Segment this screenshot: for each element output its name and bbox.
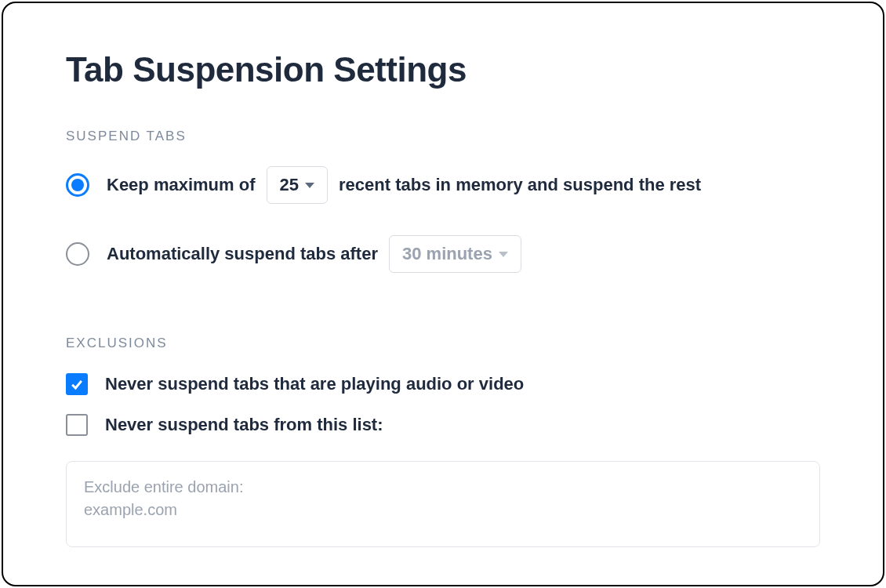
suspend-tabs-header: SUSPEND TABS (66, 129, 820, 144)
option-keep-maximum[interactable]: Keep maximum of 25 recent tabs in memory… (66, 166, 820, 204)
option-keep-maximum-prefix: Keep maximum of (107, 175, 256, 195)
dropdown-max-tabs[interactable]: 25 (267, 166, 328, 204)
exclusion-list-textarea[interactable] (66, 461, 820, 547)
radio-auto-suspend[interactable] (66, 242, 89, 266)
checkbox-never-suspend-list[interactable] (66, 414, 88, 436)
page-title: Tab Suspension Settings (66, 50, 820, 89)
checkbox-never-suspend-list-label: Never suspend tabs from this list: (105, 415, 383, 435)
option-auto-suspend-text: Automatically suspend tabs after 30 minu… (107, 235, 521, 273)
exclusion-media-row[interactable]: Never suspend tabs that are playing audi… (66, 373, 820, 395)
settings-card: Tab Suspension Settings SUSPEND TABS Kee… (2, 2, 884, 586)
dropdown-auto-time-value: 30 minutes (402, 244, 492, 264)
exclusions-header: EXCLUSIONS (66, 336, 820, 351)
checkmark-icon (69, 376, 85, 392)
chevron-down-icon (305, 183, 314, 188)
checkbox-never-suspend-media[interactable] (66, 373, 88, 395)
dropdown-auto-time[interactable]: 30 minutes (389, 235, 521, 273)
dropdown-max-tabs-value: 25 (280, 175, 299, 195)
chevron-down-icon (499, 252, 508, 257)
exclusion-list-row[interactable]: Never suspend tabs from this list: (66, 414, 820, 436)
checkbox-never-suspend-media-label: Never suspend tabs that are playing audi… (105, 374, 524, 394)
radio-keep-maximum[interactable] (66, 173, 89, 197)
option-auto-suspend[interactable]: Automatically suspend tabs after 30 minu… (66, 235, 820, 273)
option-keep-maximum-suffix: recent tabs in memory and suspend the re… (339, 175, 701, 195)
option-auto-suspend-prefix: Automatically suspend tabs after (107, 244, 378, 264)
option-keep-maximum-text: Keep maximum of 25 recent tabs in memory… (107, 166, 701, 204)
